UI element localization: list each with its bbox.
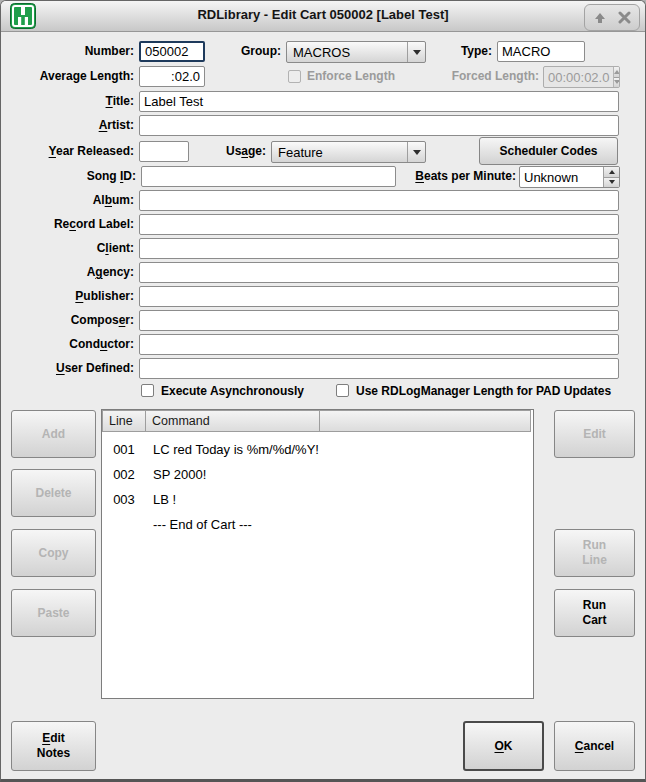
spinner-arrows-icon[interactable] [603,167,619,187]
group-label: Group: [196,44,281,59]
delete-button-label: Delete [35,486,71,501]
enforce-length-checkbox [288,70,301,83]
cancel-button[interactable]: Cancel [554,721,635,771]
edit-button-label: Edit [583,427,606,442]
year-released-label: Year Released: [1,144,134,159]
usage-combobox[interactable]: Feature [271,141,426,163]
usage-combobox-value: Feature [272,145,407,160]
forced-length-value: 00:00:02.0 [544,67,613,87]
group-combobox[interactable]: MACROS [286,41,426,63]
paste-button: Paste [11,589,96,637]
client-input[interactable] [139,238,619,259]
run-line-button: Run Line [554,529,635,577]
beats-per-minute-value: Unknown [520,167,603,187]
copy-button: Copy [11,529,96,577]
scheduler-codes-button-label: Scheduler Codes [499,144,597,159]
macro-line-number [102,512,146,537]
chevron-down-icon [407,142,425,162]
edit-notes-button[interactable]: Edit Notes [11,721,96,771]
add-button: Add [11,410,96,458]
spinner-arrows-icon [613,67,620,87]
agency-label: Agency: [1,265,134,280]
average-length-input[interactable] [139,66,205,87]
ok-button[interactable]: OK [463,721,544,771]
macro-command-text: SP 2000! [146,462,206,487]
type-input[interactable] [497,41,585,62]
enforce-length-label: Enforce Length [307,69,395,84]
shade-window-button[interactable] [590,8,610,28]
macro-row[interactable]: 001 LC red Today is %m/%d/%Y! [102,437,533,462]
conductor-label: Conductor: [1,337,134,352]
macro-list-header: Line Command [102,410,533,432]
user-defined-input[interactable] [139,358,619,379]
add-button-label: Add [42,427,65,442]
dialog-body: Number: Group: MACROS Type: Average Leng… [1,32,645,779]
column-header-command[interactable]: Command [146,410,320,432]
column-header-line[interactable]: Line [102,410,146,432]
ok-button-label: OK [494,739,512,754]
execute-asynchronously-label: Execute Asynchronously [161,384,304,399]
artist-label: Artist: [1,118,134,133]
execute-asynchronously-checkbox[interactable] [141,384,154,397]
pad-updates-checkbox[interactable] [336,384,349,397]
composer-label: Composer: [1,313,134,328]
run-cart-button-label-1: Run [583,598,606,613]
column-header-blank[interactable] [320,410,531,432]
publisher-input[interactable] [139,286,619,307]
year-released-input[interactable] [139,141,189,162]
delete-button: Delete [11,469,96,517]
macro-row-end-of-cart[interactable]: --- End of Cart --- [102,512,533,537]
macro-command-text: --- End of Cart --- [146,512,252,537]
macro-command-text: LB ! [146,487,176,512]
titlebar[interactable]: RDLibrary - Edit Cart 050002 [Label Test… [1,1,645,32]
composer-input[interactable] [139,310,619,331]
edit-notes-button-label-1: Edit [42,731,65,746]
macro-command-text: LC red Today is %m/%d/%Y! [146,437,319,462]
titlebar-buttons [584,4,640,31]
artist-input[interactable] [139,115,619,136]
beats-per-minute-spinbox[interactable]: Unknown [519,166,620,188]
run-line-button-label-2: Line [582,553,607,568]
agency-input[interactable] [139,262,619,283]
edit-button: Edit [554,410,635,458]
average-length-label: Average Length: [1,69,134,84]
window-title: RDLibrary - Edit Cart 050002 [Label Test… [1,7,645,22]
conductor-input[interactable] [139,334,619,355]
song-id-input[interactable] [141,166,396,187]
run-cart-button[interactable]: Run Cart [554,589,635,637]
number-label: Number: [1,44,134,59]
client-label: Client: [1,241,134,256]
macro-line-number: 003 [102,487,146,512]
macro-line-number: 001 [102,437,146,462]
title-input[interactable] [139,91,619,112]
song-id-label: Song ID: [1,169,136,184]
type-label: Type: [421,44,492,59]
pad-updates-label: Use RDLogManager Length for PAD Updates [356,384,611,399]
macro-row[interactable]: 002 SP 2000! [102,462,533,487]
paste-button-label: Paste [37,606,69,621]
macro-line-number: 002 [102,462,146,487]
publisher-label: Publisher: [1,289,134,304]
title-label: Title: [1,94,134,109]
cancel-button-label: Cancel [575,739,614,754]
forced-length-label: Forced Length: [427,69,539,84]
user-defined-label: User Defined: [1,361,134,376]
scheduler-codes-button[interactable]: Scheduler Codes [479,137,618,165]
copy-button-label: Copy [39,546,69,561]
album-label: Album: [1,193,134,208]
run-line-button-label-1: Run [583,538,606,553]
macro-row[interactable]: 003 LB ! [102,487,533,512]
rdlibrary-edit-cart-window: RDLibrary - Edit Cart 050002 [Label Test… [0,0,646,782]
macro-list-body: 001 LC red Today is %m/%d/%Y! 002 SP 200… [102,432,533,537]
usage-label: Usage: [196,144,266,159]
forced-length-spinbox: 00:00:02.0 [543,66,620,88]
close-window-button[interactable] [614,8,634,28]
macro-command-list[interactable]: Line Command 001 LC red Today is %m/%d/%… [101,409,534,699]
beats-per-minute-label: Beats per Minute: [381,169,516,184]
record-label-label: Record Label: [1,217,134,232]
edit-notes-button-label-2: Notes [37,746,70,761]
run-cart-button-label-2: Cart [582,613,606,628]
album-input[interactable] [139,190,619,211]
group-combobox-value: MACROS [287,45,407,60]
record-label-input[interactable] [139,214,619,235]
